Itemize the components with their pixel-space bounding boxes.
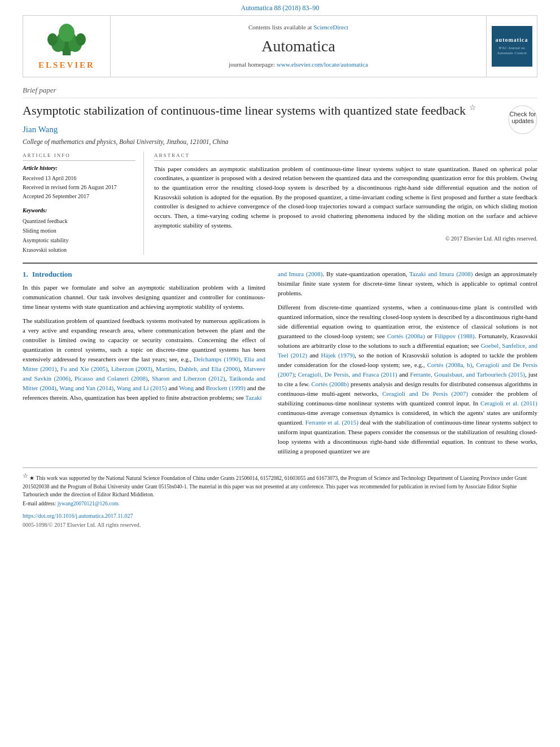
- automatica-mini-logo: automatica IFAC Journal onAutomatic Cont…: [492, 26, 532, 67]
- intro-para-2: The stabilization problem of quantized f…: [23, 316, 265, 403]
- copyright-line: © 2017 Elsevier Ltd. All rights reserved…: [154, 235, 537, 243]
- received-date: Received 13 April 2016: [23, 174, 135, 183]
- doi-link[interactable]: https://doi.org/10.1016/j.automatica.201…: [23, 513, 133, 519]
- elsevier-tree-icon: [41, 21, 92, 58]
- svg-point-4: [59, 24, 75, 42]
- email-link[interactable]: jywang20070121@126.com.: [58, 501, 120, 506]
- journal-title: Automatica: [261, 35, 335, 57]
- keyword-1: Quantized feedback: [23, 216, 135, 226]
- citation-text: Automatica 88 (2018) 83–90: [241, 4, 320, 12]
- article-info-label: ARTICLE INFO: [23, 152, 135, 161]
- star-icon: ☆: [469, 103, 476, 112]
- abstract-text: This paper considers an asymptotic stabi…: [154, 164, 537, 230]
- intro-para-3: Different from discrete-time quantized s…: [278, 303, 537, 457]
- crossmark-badge: Check for updates: [508, 105, 537, 134]
- footnote-text: ☆ ★ This work was supported by the Natio…: [23, 471, 537, 499]
- keywords-title: Keywords:: [23, 207, 135, 215]
- keyword-3: Asymptotic stability: [23, 235, 135, 245]
- section-divider: [23, 263, 537, 264]
- journal-header: ELSEVIER Contents lists available at Sci…: [23, 15, 537, 77]
- author-affiliation: College of mathematics and physics, Boha…: [23, 137, 500, 146]
- body-left-col: 1. Introduction In this paper we formula…: [23, 269, 265, 461]
- section-heading: 1. Introduction: [23, 269, 265, 279]
- keyword-4: Krasovskii solution: [23, 245, 135, 255]
- sciencedirect-link[interactable]: ScienceDirect: [313, 24, 348, 30]
- crossmark-icon: Check for updates: [508, 105, 537, 134]
- history-title: Article history:: [23, 164, 135, 172]
- body-right-col: and Imura (2008). By state-quantization …: [278, 269, 537, 461]
- journal-center: Contents lists available at ScienceDirec…: [111, 16, 486, 77]
- elsevier-logo: ELSEVIER: [38, 21, 95, 71]
- automatica-logo-right: automatica IFAC Journal onAutomatic Cont…: [486, 16, 537, 77]
- svg-point-5: [47, 33, 58, 46]
- journal-homepage: journal homepage: www.elsevier.com/locat…: [229, 60, 368, 69]
- svg-text:updates: updates: [511, 117, 534, 124]
- abstract-label: ABSTRACT: [154, 152, 537, 161]
- svg-point-6: [76, 33, 86, 46]
- footnote-section: ☆ ★ This work was supported by the Natio…: [23, 468, 537, 508]
- homepage-link[interactable]: www.elsevier.com/locate/automatica: [277, 61, 368, 68]
- accepted-date: Accepted 26 September 2017: [23, 192, 135, 201]
- contents-line: Contents lists available at ScienceDirec…: [248, 23, 348, 32]
- elsevier-wordmark: ELSEVIER: [38, 59, 95, 71]
- and-connector: and: [169, 385, 178, 391]
- top-bar: Automatica 88 (2018) 83–90: [0, 0, 560, 15]
- issn-line: 0005-1098/© 2017 Elsevier Ltd. All right…: [23, 521, 537, 529]
- keyword-2: Sliding motion: [23, 226, 135, 235]
- revised-date: Received in revised form 26 August 2017: [23, 183, 135, 192]
- introduction-section: 1. Introduction In this paper we formula…: [23, 269, 537, 461]
- author-name: Jian Wang: [23, 124, 500, 136]
- svg-text:Check for: Check for: [509, 111, 536, 117]
- paper-title: Asymptotic stabilization of continuous-t…: [23, 103, 500, 119]
- elsevier-logo-section: ELSEVIER: [23, 16, 111, 77]
- intro-para-2-continued: and Imura (2008). By state-quantization …: [278, 269, 537, 298]
- intro-para-1: In this paper we formulate and solve an …: [23, 283, 265, 312]
- abstract-col: ABSTRACT This paper considers an asympto…: [154, 152, 537, 255]
- article-info-col: ARTICLE INFO Article history: Received 1…: [23, 152, 144, 255]
- article-abstract-section: ARTICLE INFO Article history: Received 1…: [23, 152, 537, 255]
- email-line: E-mail address: jywang20070121@126.com.: [23, 500, 537, 508]
- brief-paper-label: Brief paper: [23, 85, 537, 98]
- doi-line: https://doi.org/10.1016/j.automatica.201…: [23, 512, 537, 520]
- paper-section: Brief paper Asymptotic stabilization of …: [23, 85, 537, 152]
